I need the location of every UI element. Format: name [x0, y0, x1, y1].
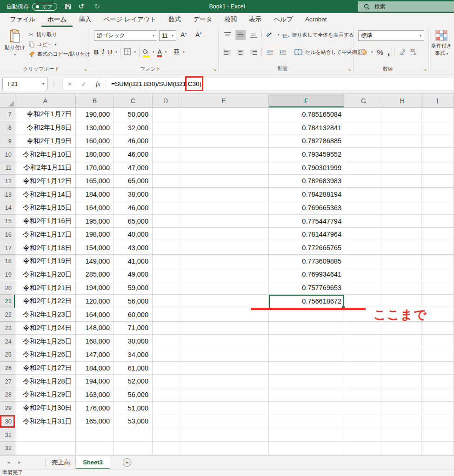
cell-G24[interactable] [344, 335, 383, 348]
cell-B15[interactable]: 195,000 [76, 215, 114, 228]
cell-C8[interactable]: 32,000 [114, 121, 153, 135]
orientation-button[interactable]: ab [265, 30, 275, 40]
align-left-button[interactable] [222, 47, 233, 57]
conditional-formatting-button[interactable]: 条件付き 書式 ▾ [429, 30, 454, 57]
cell-G12[interactable] [344, 175, 383, 188]
row-header-27[interactable]: 27 [0, 375, 15, 388]
ruby-button[interactable]: 亜 [174, 48, 180, 56]
dialog-launcher-icon[interactable]: ↘ [83, 67, 87, 72]
row-header-28[interactable]: 28 [0, 388, 15, 402]
cell-E20[interactable] [179, 281, 269, 295]
cell-G28[interactable] [344, 388, 383, 402]
cell-F24[interactable] [269, 335, 344, 348]
cell-B16[interactable]: 198,000 [76, 228, 114, 241]
cell-A17[interactable]: 令和2年1月18日 [15, 241, 76, 255]
cell-F27[interactable] [269, 375, 344, 388]
cell-D27[interactable] [153, 375, 179, 388]
font-size-select[interactable]: 11 ▾ [159, 30, 176, 41]
cell-F26[interactable] [269, 362, 344, 375]
row-header-13[interactable]: 13 [0, 188, 15, 201]
cell-D24[interactable] [153, 335, 179, 348]
formula-text[interactable]: =SUM(B21:B30)/SUM(B21:C30) [111, 80, 201, 87]
cell-A13[interactable]: 令和2年1月14日 [15, 188, 76, 201]
cell-C15[interactable]: 65,000 [114, 215, 153, 228]
row-header-32[interactable]: 32 [0, 442, 15, 455]
cell-I19[interactable] [421, 268, 454, 282]
chevron-down-icon[interactable]: ▾ [371, 50, 373, 54]
cell-E7[interactable] [179, 108, 269, 121]
bold-button[interactable]: B [94, 48, 99, 56]
cell-D17[interactable] [153, 241, 179, 255]
increase-decimal-button[interactable]: ←.0.00 [399, 49, 405, 55]
cell-H15[interactable] [383, 215, 421, 228]
cell-H19[interactable] [383, 268, 421, 282]
cell-F19[interactable]: 0.769934641 [269, 268, 344, 282]
copy-button[interactable]: コピー ▾ [29, 41, 90, 48]
cell-B9[interactable]: 160,000 [76, 134, 114, 148]
cell-H31[interactable] [383, 428, 421, 442]
comma-style-button[interactable]: , [387, 50, 390, 54]
cell-F32[interactable] [269, 442, 344, 455]
tab-page-layout[interactable]: ページ レイアウト [97, 13, 162, 27]
cell-H23[interactable] [383, 322, 421, 335]
cell-B18[interactable]: 149,000 [76, 255, 114, 268]
row-header-10[interactable]: 10 [0, 148, 15, 161]
undo-button[interactable]: ↺ ▾ [79, 2, 87, 11]
cell-F7[interactable]: 0.785165084 [269, 108, 344, 121]
row-header-31[interactable]: 31 [0, 428, 15, 442]
cell-B27[interactable]: 194,000 [76, 375, 114, 388]
cell-C12[interactable]: 65,000 [114, 175, 153, 188]
cell-H24[interactable] [383, 335, 421, 348]
row-header-18[interactable]: 18 [0, 255, 15, 268]
cell-H14[interactable] [383, 201, 421, 215]
cell-A20[interactable]: 令和2年1月21日 [15, 281, 76, 295]
cell-D20[interactable] [153, 281, 179, 295]
align-right-button[interactable] [248, 47, 259, 57]
cell-A19[interactable]: 令和2年1月20日 [15, 268, 76, 282]
format-painter-button[interactable]: 書式のコピー/貼り付け [29, 51, 90, 58]
autosave-toggle[interactable]: 自動保存 オフ [7, 3, 57, 11]
cell-H20[interactable] [383, 281, 421, 295]
row-header-25[interactable]: 25 [0, 348, 15, 362]
cell-B31[interactable] [76, 428, 114, 442]
tab-review[interactable]: 校閲 [219, 13, 243, 27]
chevron-down-icon[interactable]: ▾ [153, 50, 154, 54]
cell-H27[interactable] [383, 375, 421, 388]
grow-font-button[interactable]: A▴ [180, 31, 187, 39]
cell-I31[interactable] [421, 428, 454, 442]
cell-A15[interactable]: 令和2年1月16日 [15, 215, 76, 228]
cell-A25[interactable]: 令和2年1月26日 [15, 348, 76, 362]
autosave-pill[interactable]: オフ [32, 3, 57, 11]
cell-B25[interactable]: 147,000 [76, 348, 114, 362]
cell-D22[interactable] [153, 308, 179, 322]
cell-B7[interactable]: 190,000 [76, 108, 114, 121]
cell-C27[interactable]: 52,000 [114, 375, 153, 388]
cell-G23[interactable] [344, 322, 383, 335]
cell-C25[interactable]: 34,000 [114, 348, 153, 362]
cell-F8[interactable]: 0.784132841 [269, 121, 344, 135]
cell-F18[interactable]: 0.773609885 [269, 255, 344, 268]
cell-I11[interactable] [421, 161, 454, 175]
cell-B23[interactable]: 148,000 [76, 322, 114, 335]
cell-G15[interactable] [344, 215, 383, 228]
paste-button[interactable]: 貼り付け ▾ [3, 29, 27, 57]
cell-H12[interactable] [383, 175, 421, 188]
cell-G16[interactable] [344, 228, 383, 241]
cell-F25[interactable] [269, 348, 344, 362]
dialog-launcher-icon[interactable]: ↘ [213, 67, 216, 72]
cell-E10[interactable] [179, 148, 269, 161]
cell-E14[interactable] [179, 201, 269, 215]
chevron-down-icon[interactable]: ▾ [134, 50, 136, 54]
cell-A7[interactable]: 令和2年1月7日 [15, 108, 76, 121]
cell-D13[interactable] [153, 188, 179, 201]
cell-D18[interactable] [153, 255, 179, 268]
cell-A9[interactable]: 令和2年1月9日 [15, 134, 76, 148]
cell-I8[interactable] [421, 121, 454, 135]
cell-I24[interactable] [421, 335, 454, 348]
cell-E26[interactable] [179, 362, 269, 375]
column-header-B[interactable]: B [76, 94, 114, 108]
cell-C10[interactable]: 46,000 [114, 148, 153, 161]
column-header-F[interactable]: F [269, 94, 344, 108]
cell-B30[interactable]: 165,000 [76, 415, 114, 429]
cell-G25[interactable] [344, 348, 383, 362]
